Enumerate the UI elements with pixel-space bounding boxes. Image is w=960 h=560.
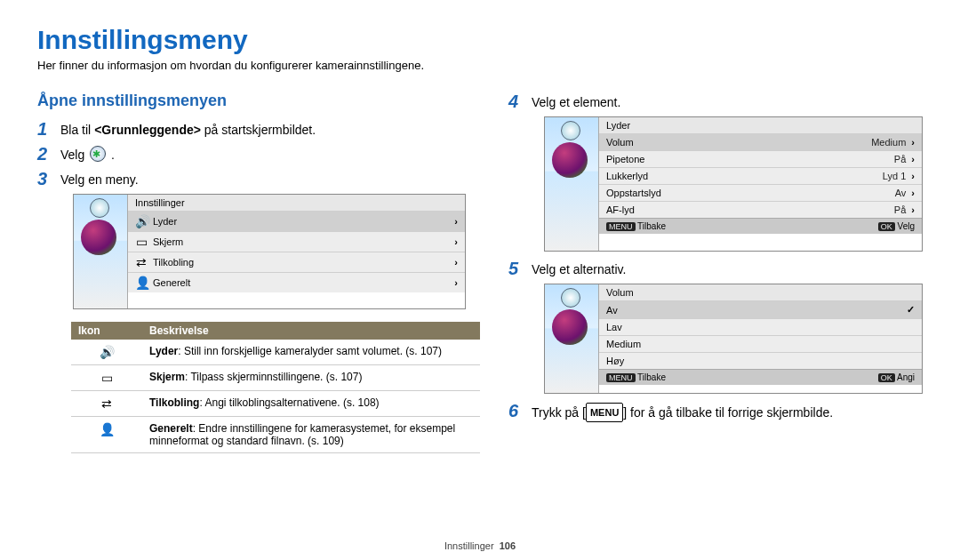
- step-number: 3: [37, 169, 60, 188]
- row-title: Lyder: [149, 345, 178, 357]
- table-header: Ikon: [71, 322, 142, 340]
- menu-value: Medium: [871, 137, 906, 148]
- step-text: Velg en meny.: [60, 169, 466, 188]
- menu-label: Lukkerlyd: [606, 171, 648, 181]
- row-title: Tilkobling: [149, 396, 199, 409]
- step-5: 5 Velg et alternativ.: [508, 259, 923, 278]
- row-text: : Still inn forskjellige kameralyder sam…: [178, 345, 442, 357]
- camera-preview: [545, 284, 599, 393]
- chevron-right-icon: ›: [911, 171, 915, 181]
- general-icon: 👤: [100, 422, 115, 436]
- step-3: 3 Velg en meny.: [37, 169, 466, 188]
- menu-item[interactable]: Høy: [599, 352, 922, 369]
- step-number: 5: [508, 259, 532, 278]
- menu-title: Volum: [599, 284, 922, 300]
- table-header: Beskrivelse: [142, 322, 480, 340]
- menu-item[interactable]: ▭Skjerm ›: [128, 231, 465, 252]
- general-icon: 👤: [135, 276, 148, 290]
- menu-label: Pipetone: [606, 154, 644, 164]
- connection-icon: ⇄: [135, 255, 148, 269]
- sound-icon: 🔊: [135, 214, 148, 228]
- chevron-right-icon: ›: [454, 236, 458, 247]
- menu-action: Velg: [898, 221, 915, 231]
- display-icon: ▭: [101, 371, 113, 385]
- step-text: Velg et alternativ.: [532, 259, 923, 278]
- step-number: 1: [37, 119, 60, 139]
- page-title: Innstillingsmeny: [37, 25, 923, 55]
- menu-item[interactable]: 👤Generelt ›: [128, 272, 465, 292]
- step-number: 4: [508, 92, 532, 111]
- table-row: 👤 Generelt: Endre innstillingene for kam…: [71, 417, 480, 453]
- menu-label: Lav: [606, 322, 622, 332]
- menu-label: Skjerm: [153, 236, 183, 247]
- menu-action: Tilbake: [637, 372, 666, 382]
- menu-item[interactable]: Medium: [599, 335, 922, 352]
- step-2: 2 Velg .: [37, 144, 466, 164]
- chevron-right-icon: ›: [911, 188, 915, 198]
- menu-btn-icon: MENU: [606, 222, 636, 231]
- step-number: 2: [37, 144, 60, 164]
- menu-value: På: [894, 204, 906, 215]
- page-number: 106: [500, 540, 516, 551]
- left-column: Åpne innstillingsmenyen 1 Bla til <Grunn…: [37, 88, 466, 453]
- sound-icon: 🔊: [100, 345, 115, 359]
- menu-label: Medium: [606, 339, 641, 349]
- menu-item[interactable]: Pipetone På›: [599, 150, 922, 167]
- step-6: 6 Trykk på [MENU] for å gå tilbake til f…: [508, 401, 923, 422]
- menu-footer: MENU Tilbake OK Velg: [599, 218, 922, 234]
- step-text: Bla til: [60, 123, 94, 137]
- menu-item[interactable]: ⇄Tilkobling ›: [128, 252, 465, 272]
- row-title: Skjerm: [149, 371, 185, 383]
- menu-item[interactable]: Lav: [599, 318, 922, 335]
- menu-label: Volum: [606, 137, 634, 148]
- step-text: Velg: [60, 148, 88, 162]
- chevron-right-icon: ›: [454, 277, 458, 288]
- chevron-right-icon: ›: [911, 204, 915, 215]
- menu-item[interactable]: Av ✓: [599, 300, 922, 318]
- gear-icon: [90, 198, 109, 218]
- menu-item[interactable]: Lukkerlyd Lyd 1›: [599, 167, 922, 184]
- menu-item[interactable]: Volum Medium›: [599, 133, 922, 150]
- menu-item[interactable]: 🔊Lyder ›: [128, 211, 465, 231]
- menu-action: Tilbake: [637, 221, 666, 231]
- table-row: ⇄ Tilkobling: Angi tilkoblingsalternativ…: [71, 391, 480, 417]
- right-column: 4 Velg et element. Lyder Volum Medium› P…: [508, 88, 923, 453]
- camera-preview: [74, 195, 128, 308]
- display-icon: ▭: [135, 235, 148, 249]
- row-text: : Endre innstillingene for kamerasysteme…: [149, 422, 455, 447]
- menu-label: Av: [606, 305, 618, 316]
- step-text: ] for å gå tilbake til forrige skjermbil…: [623, 405, 833, 420]
- menu-value: På: [894, 154, 906, 164]
- camera-menu-2: Lyder Volum Medium› Pipetone På› Lukkerl…: [544, 116, 923, 252]
- step-text: Trykk på [: [532, 405, 586, 420]
- camera-preview: [545, 117, 599, 251]
- check-icon: ✓: [907, 304, 915, 316]
- gear-icon: [561, 121, 580, 140]
- menu-item[interactable]: Oppstartslyd Av›: [599, 184, 922, 201]
- intro-text: Her finner du informasjon om hvordan du …: [37, 59, 923, 72]
- menu-value: Lyd 1: [883, 171, 907, 181]
- step-4: 4 Velg et element.: [508, 92, 923, 111]
- menu-title: Innstillinger: [128, 195, 465, 211]
- menu-label: Oppstartslyd: [606, 188, 661, 198]
- menu-button-label: MENU: [586, 403, 623, 422]
- step-1: 1 Bla til <Grunnleggende> på startskjerm…: [37, 119, 466, 139]
- icon-description-table: Ikon Beskrivelse 🔊 Lyder: Still inn fors…: [71, 322, 480, 453]
- ok-btn-icon: OK: [878, 373, 895, 382]
- ok-btn-icon: OK: [878, 222, 895, 231]
- table-row: ▭ Skjerm: Tilpass skjerminnstillingene. …: [71, 365, 480, 391]
- menu-label: Lyder: [153, 216, 177, 227]
- chevron-right-icon: ›: [454, 257, 458, 268]
- menu-item[interactable]: AF-lyd På›: [599, 201, 922, 218]
- menu-footer: MENU Tilbake OK Angi: [599, 369, 922, 385]
- page-footer: Innstillinger 106: [0, 540, 960, 551]
- step-bold: <Grunnleggende>: [94, 123, 201, 137]
- menu-label: Generelt: [153, 277, 190, 288]
- subheading: Åpne innstillingsmenyen: [37, 92, 466, 110]
- footer-section: Innstillinger: [444, 540, 494, 551]
- table-row: 🔊 Lyder: Still inn forskjellige kameraly…: [71, 340, 480, 365]
- step-number: 6: [508, 401, 532, 422]
- camera-menu-1: Innstillinger 🔊Lyder › ▭Skjerm › ⇄Tilkob…: [73, 194, 466, 309]
- gear-icon: [90, 146, 106, 162]
- step-text: Velg et element.: [532, 92, 923, 111]
